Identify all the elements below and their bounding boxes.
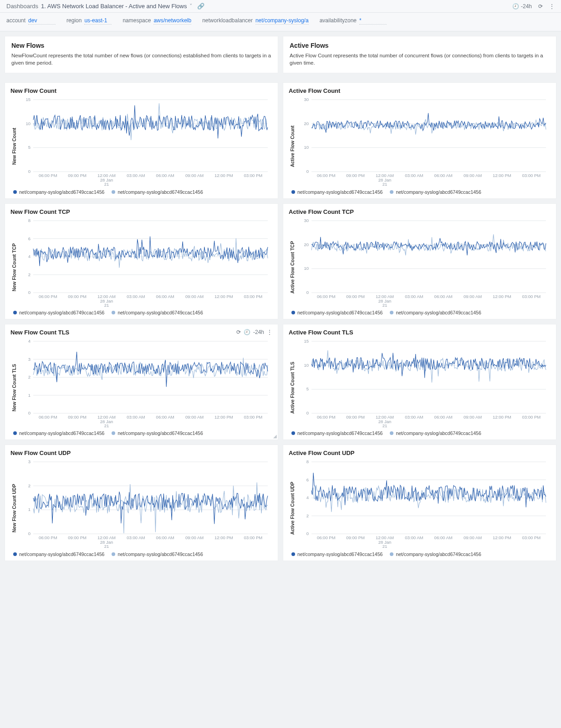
- svg-text:09:00 AM: 09:00 AM: [464, 173, 482, 178]
- section-desc: Active Flow Count represents the total n…: [290, 52, 550, 66]
- chart-plot[interactable]: 010203006:00 PM09:00 PM12:00 AM03:00 AM0…: [295, 96, 551, 187]
- svg-text:06:00 PM: 06:00 PM: [317, 294, 336, 299]
- filter-namespace-value[interactable]: aws/networkelb: [153, 17, 191, 25]
- legend-item-b[interactable]: net/company-syslog/abcd6749ccac1456: [112, 189, 203, 195]
- svg-text:09:00 PM: 09:00 PM: [346, 173, 365, 178]
- svg-text:4: 4: [28, 339, 31, 344]
- svg-text:12:00 PM: 12:00 PM: [493, 294, 511, 299]
- legend-item-b[interactable]: net/company-syslog/abcd6749ccac1456: [112, 430, 203, 436]
- legend-item-a[interactable]: net/company-syslog/abcd6749ccac1456: [13, 310, 104, 315]
- svg-text:03:00 AM: 03:00 AM: [405, 536, 423, 541]
- legend-swatch-icon: [112, 431, 115, 435]
- svg-text:12:00 PM: 12:00 PM: [214, 536, 233, 541]
- svg-text:09:00 PM: 09:00 PM: [68, 415, 87, 420]
- clock-icon: 🕘: [512, 3, 519, 10]
- legend-swatch-icon: [112, 552, 115, 556]
- legend-item-b[interactable]: net/company-syslog/abcd6749ccac1456: [390, 430, 481, 436]
- legend-item-a[interactable]: net/company-syslog/abcd6749ccac1456: [291, 189, 382, 195]
- svg-text:06:00 AM: 06:00 AM: [156, 173, 174, 178]
- legend-item-a[interactable]: net/company-syslog/abcd6749ccac1456: [291, 551, 382, 557]
- chart-active_flow_tcp: Active Flow Count TCP Active Flow Count …: [283, 203, 556, 319]
- filter-account-value[interactable]: dev: [28, 17, 56, 25]
- legend-item-b[interactable]: net/company-syslog/abcd6749ccac1456: [112, 551, 203, 557]
- svg-text:20: 20: [304, 242, 309, 247]
- svg-text:06:00 PM: 06:00 PM: [317, 536, 336, 541]
- svg-text:06:00 AM: 06:00 AM: [156, 536, 174, 541]
- chart-new_flow_count: New Flow Count New Flow Count 05101506:0…: [5, 82, 278, 198]
- y-axis-label: New Flow Count UDP: [10, 458, 17, 549]
- legend-swatch-icon: [390, 431, 393, 435]
- chart-plot[interactable]: 0246806:00 PM09:00 PM12:00 AM03:00 AM06:…: [295, 458, 551, 549]
- legend-item-a[interactable]: net/company-syslog/abcd6749ccac1456: [13, 430, 104, 436]
- legend-label: net/company-syslog/abcd6749ccac1456: [396, 189, 481, 195]
- legend-item-a[interactable]: net/company-syslog/abcd6749ccac1456: [291, 430, 382, 436]
- svg-text:21: 21: [382, 182, 388, 187]
- legend-item-a[interactable]: net/company-syslog/abcd6749ccac1456: [13, 189, 104, 195]
- svg-text:1: 1: [28, 393, 31, 398]
- svg-text:06:00 PM: 06:00 PM: [39, 536, 57, 541]
- legend-item-b[interactable]: net/company-syslog/abcd6749ccac1456: [390, 310, 481, 315]
- svg-text:03:00 AM: 03:00 AM: [405, 415, 423, 420]
- legend-swatch-icon: [291, 311, 295, 314]
- chevron-down-icon[interactable]: ˅: [189, 3, 193, 10]
- legend-label: net/company-syslog/abcd6749ccac1456: [19, 189, 104, 195]
- chart-title: Active Flow Count UDP: [289, 450, 354, 456]
- filter-nlb-value[interactable]: net/company-syslog/a: [255, 17, 309, 25]
- svg-text:12:00 PM: 12:00 PM: [214, 294, 233, 299]
- time-range-button[interactable]: 🕘 -24h: [512, 3, 532, 10]
- svg-text:06:00 AM: 06:00 AM: [434, 536, 453, 541]
- chart-plot[interactable]: 012306:00 PM09:00 PM12:00 AM03:00 AM06:0…: [17, 458, 272, 549]
- chart-legend: net/company-syslog/abcd6749ccac1456 net/…: [10, 551, 272, 557]
- svg-text:10: 10: [304, 145, 309, 150]
- svg-text:03:00 AM: 03:00 AM: [127, 415, 145, 420]
- filter-label: namespace: [122, 17, 151, 24]
- legend-item-b[interactable]: net/company-syslog/abcd6749ccac1456: [112, 310, 203, 315]
- breadcrumb-root[interactable]: Dashboards: [6, 3, 38, 10]
- svg-text:0: 0: [28, 531, 31, 536]
- svg-text:06:00 AM: 06:00 AM: [434, 173, 453, 178]
- legend-item-a[interactable]: net/company-syslog/abcd6749ccac1456: [291, 310, 382, 315]
- clock-icon[interactable]: 🕘: [244, 329, 250, 335]
- legend-item-b[interactable]: net/company-syslog/abcd6749ccac1456: [390, 551, 481, 557]
- refresh-icon[interactable]: ⟳: [236, 329, 241, 335]
- svg-text:2: 2: [28, 272, 31, 277]
- link-icon[interactable]: 🔗: [197, 3, 204, 10]
- page-title[interactable]: 1. AWS Network Load Balancer - Active an…: [41, 3, 187, 10]
- active-flows-header: Active Flows Active Flow Count represent…: [283, 36, 556, 73]
- chart-plot[interactable]: 05101506:00 PM09:00 PM12:00 AM03:00 AM06…: [17, 96, 272, 187]
- svg-text:03:00 AM: 03:00 AM: [127, 294, 145, 299]
- svg-text:06:00 PM: 06:00 PM: [39, 415, 57, 420]
- legend-label: net/company-syslog/abcd6749ccac1456: [19, 430, 104, 436]
- legend-label: net/company-syslog/abcd6749ccac1456: [396, 551, 481, 557]
- refresh-button[interactable]: ⟳: [538, 3, 543, 10]
- svg-text:06:00 AM: 06:00 AM: [156, 294, 174, 299]
- svg-text:1: 1: [28, 507, 31, 512]
- chart-plot[interactable]: 0123406:00 PM09:00 PM12:00 AM03:00 AM06:…: [17, 338, 272, 429]
- chart-plot[interactable]: 0246806:00 PM09:00 PM12:00 AM03:00 AM06:…: [17, 217, 272, 308]
- filter-region: region us-east-1: [66, 17, 112, 25]
- breadcrumb: Dashboards 1. AWS Network Load Balancer …: [6, 3, 204, 10]
- svg-text:21: 21: [104, 303, 109, 308]
- legend-label: net/company-syslog/abcd6749ccac1456: [396, 310, 481, 315]
- filter-az-value[interactable]: *: [359, 17, 387, 25]
- svg-text:06:00 AM: 06:00 AM: [434, 294, 453, 299]
- svg-text:09:00 PM: 09:00 PM: [68, 536, 87, 541]
- kebab-icon[interactable]: ⋮: [267, 329, 272, 335]
- more-menu-button[interactable]: ⋮: [549, 3, 555, 10]
- chart-plot[interactable]: 05101506:00 PM09:00 PM12:00 AM03:00 AM06…: [295, 338, 551, 429]
- svg-text:21: 21: [382, 423, 388, 428]
- chart-active_flow_udp: Active Flow Count UDP Active Flow Count …: [283, 445, 556, 561]
- svg-text:21: 21: [104, 423, 109, 428]
- legend-item-a[interactable]: net/company-syslog/abcd6749ccac1456: [13, 551, 104, 557]
- svg-text:21: 21: [382, 303, 388, 308]
- svg-text:03:00 AM: 03:00 AM: [127, 173, 145, 178]
- filter-account: account dev: [6, 17, 56, 25]
- legend-item-b[interactable]: net/company-syslog/abcd6749ccac1456: [390, 189, 481, 195]
- legend-label: net/company-syslog/abcd6749ccac1456: [117, 189, 203, 195]
- filter-label: account: [6, 17, 26, 24]
- legend-label: net/company-syslog/abcd6749ccac1456: [297, 551, 382, 557]
- filter-region-value[interactable]: us-east-1: [84, 17, 112, 25]
- chart-plot[interactable]: 010203006:00 PM09:00 PM12:00 AM03:00 AM0…: [295, 217, 551, 308]
- svg-text:12:00 PM: 12:00 PM: [214, 415, 233, 420]
- resize-handle[interactable]: ◢: [273, 434, 277, 439]
